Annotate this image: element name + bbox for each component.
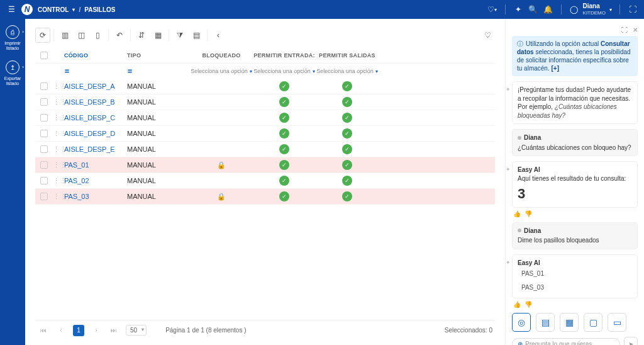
check-icon: ✓	[342, 144, 352, 154]
drag-icon[interactable]: ⋮⋮	[53, 98, 64, 106]
favorite-button[interactable]: ♡	[480, 28, 495, 43]
row-checkbox[interactable]	[40, 130, 48, 137]
grid-button[interactable]: ▦	[150, 28, 165, 43]
row-checkbox[interactable]	[40, 82, 48, 90]
menu-icon[interactable]: ☰	[6, 4, 16, 14]
page-size[interactable]: 50	[126, 325, 147, 336]
row-tipo: MANUAL	[127, 193, 190, 200]
columns-button[interactable]: ▥	[57, 28, 72, 43]
table-row[interactable]: ⋮⋮AISLE_DESP_DMANUAL✓✓	[35, 126, 495, 142]
columns3-button[interactable]: ▯	[90, 28, 105, 43]
table-row[interactable]: ⋮⋮AISLE_DESP_BMANUAL✓✓	[35, 94, 495, 110]
check-icon: ✓	[342, 176, 352, 186]
thumbs-up-icon[interactable]: 👍	[513, 301, 521, 308]
filter-salidas[interactable]: Selecciona una opción▾	[316, 68, 379, 74]
drag-icon[interactable]: ⋮⋮	[53, 161, 64, 169]
row-checkbox[interactable]	[40, 193, 48, 200]
info-more[interactable]: [+]	[551, 65, 559, 72]
table-row[interactable]: ⋮⋮AISLE_DESP_AMANUAL✓✓	[35, 79, 495, 94]
selected-count: Seleccionados: 0	[445, 327, 492, 334]
close-icon[interactable]: ✕	[633, 26, 638, 33]
expand-icon[interactable]: ⛶	[621, 26, 628, 33]
row-code[interactable]: PAS_01	[64, 161, 127, 169]
logo[interactable]: N	[21, 4, 33, 15]
heart-icon[interactable]: ♡ ▾	[487, 4, 497, 14]
col-codigo[interactable]: CÓDIGO	[64, 52, 127, 59]
row-checkbox[interactable]	[40, 114, 48, 122]
check-icon: ✓	[342, 160, 352, 170]
row-tipo: MANUAL	[127, 98, 190, 106]
row-checkbox[interactable]	[40, 145, 48, 153]
undo-button[interactable]: ↶	[112, 28, 127, 43]
row-code[interactable]: AISLE_DESP_D	[64, 130, 127, 137]
sparkle-icon[interactable]: ✦	[513, 4, 523, 14]
page-last[interactable]: ⏭	[108, 325, 119, 336]
filter-entradas[interactable]: Selecciona una opción▾	[253, 68, 316, 74]
col-tipo[interactable]: TIPO	[127, 52, 190, 59]
drag-icon[interactable]: ⋮⋮	[53, 114, 64, 122]
row-code[interactable]: PAS_02	[64, 177, 127, 184]
row-checkbox[interactable]	[40, 161, 48, 169]
row-code[interactable]: AISLE_DESP_E	[64, 145, 127, 153]
chat-input[interactable]: ⊕Pregunta lo que quieras...	[512, 338, 620, 345]
table-row[interactable]: ⋮⋮PAS_03MANUAL🔒✓✓	[35, 189, 495, 205]
row-checkbox[interactable]	[40, 177, 48, 184]
thumbs-down-icon[interactable]: 👎	[525, 210, 532, 217]
thumbs-down-icon[interactable]: 👎	[525, 301, 532, 308]
page-current[interactable]: 1	[73, 325, 84, 336]
columns2-button[interactable]: ◫	[74, 28, 89, 43]
calendar-button[interactable]: ▤	[189, 28, 204, 43]
row-code[interactable]: PAS_03	[64, 193, 127, 200]
split-button[interactable]: ⇵	[134, 28, 149, 43]
action-button-5[interactable]: ▭	[608, 313, 626, 332]
table-row[interactable]: ⋮⋮PAS_01MANUAL🔒✓✓	[35, 157, 495, 173]
info-banner: ⓘUtilizando la opción actual Consultar d…	[512, 36, 638, 76]
fullscreen-icon[interactable]: ⛶	[628, 4, 638, 14]
search-icon[interactable]: 🔍	[528, 4, 538, 14]
filter-button[interactable]: ⧩	[172, 28, 187, 43]
user-area[interactable]: ◯ Diana KITDEMO ▾	[569, 3, 612, 16]
col-salidas[interactable]: PERMITIR SALIDAS	[316, 52, 379, 59]
thumbs-up-icon[interactable]: 👍	[513, 210, 521, 217]
refresh-button[interactable]: ⟳	[35, 28, 50, 43]
collapse-button[interactable]: ‹	[211, 28, 226, 43]
user-msg-1: Diana ¿Cuántas ubicaciones con bloqueo h…	[512, 129, 638, 156]
query-mode-button[interactable]: ◎	[512, 313, 531, 332]
user-name-label: Diana	[518, 133, 632, 142]
send-button[interactable]: ➤	[624, 337, 638, 345]
drag-icon[interactable]: ⋮⋮	[53, 177, 64, 185]
row-checkbox[interactable]	[40, 98, 48, 106]
action-button-2[interactable]: ▤	[536, 313, 555, 332]
filter-tipo[interactable]: 〓	[127, 67, 190, 76]
drag-icon[interactable]: ⋮⋮	[53, 145, 64, 154]
breadcrumb-section[interactable]: PASILLOS	[84, 6, 115, 13]
row-code[interactable]: AISLE_DESP_C	[64, 114, 127, 122]
drag-icon[interactable]: ⋮⋮	[53, 82, 64, 91]
table-row[interactable]: ⋮⋮AISLE_DESP_EMANUAL✓✓	[35, 142, 495, 157]
result-item: PAS_03	[518, 281, 632, 295]
table-row[interactable]: ⋮⋮AISLE_DESP_CMANUAL✓✓	[35, 110, 495, 126]
print-list-button[interactable]: ⎙ Imprimir listado ›	[0, 24, 25, 52]
user-name: Diana	[583, 3, 600, 9]
export-list-button[interactable]: ↥ Exportar listado ›	[0, 59, 25, 87]
row-code[interactable]: AISLE_DESP_B	[64, 98, 127, 106]
page-next[interactable]: ›	[91, 325, 102, 336]
action-button-3[interactable]: ▦	[560, 313, 579, 332]
filter-bloqueado[interactable]: Selecciona una opción▾	[190, 68, 253, 74]
table-row[interactable]: ⋮⋮PAS_02MANUAL✓✓	[35, 173, 495, 189]
row-code[interactable]: AISLE_DESP_A	[64, 82, 127, 90]
drag-icon[interactable]: ⋮⋮	[53, 193, 64, 201]
select-all-checkbox[interactable]	[40, 52, 48, 59]
check-icon: ✓	[279, 128, 289, 139]
result-item: PAS_01	[518, 267, 632, 281]
action-button-4[interactable]: ▢	[584, 313, 602, 332]
drag-icon[interactable]: ⋮⋮	[53, 130, 64, 138]
page-first[interactable]: ⏮	[38, 325, 49, 336]
page-prev[interactable]: ‹	[55, 325, 67, 336]
bell-icon[interactable]: 🔔	[543, 4, 553, 14]
filter-code[interactable]: 〓	[64, 67, 127, 76]
col-entradas[interactable]: PERMITIR ENTRADA:	[253, 52, 316, 59]
breadcrumb-control[interactable]: CONTROL	[38, 6, 69, 13]
col-bloqueado[interactable]: BLOQUEADO	[190, 52, 253, 59]
check-icon: ✓	[342, 81, 352, 91]
